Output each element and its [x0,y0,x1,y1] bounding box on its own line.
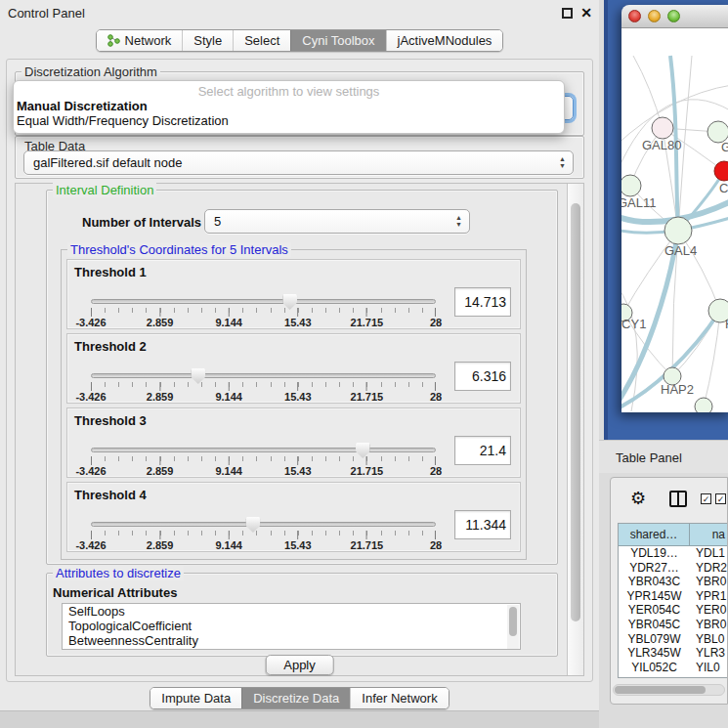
threshold-1-value-field[interactable]: 14.713 [454,287,511,317]
tab-cyni-toolbox[interactable]: Cyni Toolbox [290,30,385,51]
network-tree-icon [107,34,120,47]
node-table[interactable]: shared… na YDL19…YDL1 YDR27…YDR2 YBR043C… [618,523,727,678]
list-item[interactable]: TopologicalCoefficient [63,619,520,633]
list-item[interactable]: BetweennessCentrality [63,633,520,648]
right-panel: GAL80 GA C GAL11 GAL4 GCY1 H HAP2 Table … [599,0,728,728]
threshold-2-block: Threshold 2 -3.4262.859 9.14415.43 21.71… [66,333,521,404]
number-of-intervals-combobox[interactable]: 5 ▲▼ [204,209,470,234]
node-highlighted-red[interactable] [714,161,728,181]
threshold-3-value-field[interactable]: 21.4 [454,436,511,465]
slider-ticks [91,456,436,465]
network-view-area: GAL80 GA C GAL11 GAL4 GCY1 H HAP2 [604,0,728,440]
table-row[interactable]: YDL19…YDL1 [619,546,727,561]
threshold-label: Threshold 3 [74,413,147,428]
number-of-intervals-label: Number of Intervals [82,215,201,230]
slider-scale-labels: -3.4262.859 9.14415.43 21.71528 [91,391,436,403]
list-scrollbar[interactable] [507,605,519,650]
threshold-4-block: Threshold 4 -3.4262.859 9.14415.43 21.71… [66,482,521,552]
scrollbar-thumb[interactable] [571,203,580,621]
tab-impute-data[interactable]: Impute Data [150,688,241,708]
settings-vertical-scrollbar[interactable] [567,184,583,675]
table-panel-title: Table Panel [616,450,682,465]
table-row[interactable]: YPR145WYPR1 [619,589,727,604]
threshold-label: Threshold 4 [74,488,147,502]
attributes-group: Attributes to discretize Numerical Attri… [46,573,558,657]
combo-stepper-icon: ▲▼ [455,214,462,228]
checkbox-checked-icon[interactable]: ✓ [715,493,726,504]
panel-title: Control Panel [8,6,85,21]
gear-icon[interactable]: ⚙ [630,490,646,507]
tab-jactivemnodules[interactable]: jActiveMNodules [386,30,503,51]
table-row[interactable]: YLR345WYLR3 [619,646,727,661]
tab-discretize-data[interactable]: Discretize Data [241,688,350,708]
algorithm-dropdown-popup: Select algorithm to view settings Manual… [13,80,565,134]
node-label: GCY1 [621,317,646,331]
table-row[interactable]: YBR045CYBR0 [619,618,727,632]
split-columns-icon[interactable] [669,491,687,507]
network-graph[interactable]: GAL80 GA C GAL11 GAL4 GCY1 H HAP2 [621,28,728,412]
table-toolbar: ⚙ ✓ ✓ [611,478,727,521]
bottom-tab-bar: Impute Data Discretize Data Infer Networ… [0,687,599,709]
float-panel-icon[interactable] [562,8,573,19]
group-title: Attributes to discretize [53,566,184,580]
table-panel-body: ⚙ ✓ ✓ shared… na YDL19…YDL1 YDR27…YDR2 Y… [610,477,728,705]
mac-close-icon[interactable] [628,10,641,22]
tab-select[interactable]: Select [233,30,290,51]
node-partial[interactable] [695,398,712,412]
thresholds-group: Threshold's Coordinates for 5 Intervals … [61,249,527,560]
network-window[interactable]: GAL80 GA C GAL11 GAL4 GCY1 H HAP2 [621,5,728,412]
checkbox-checked-icon[interactable]: ✓ [701,493,711,504]
mac-minimize-icon[interactable] [648,10,661,22]
cyni-toolbox-panel: Discretization Algorithm ▲▼ Select algor… [6,59,593,682]
threshold-4-value-field[interactable]: 11.344 [454,510,511,539]
table-data-group: Table Data galFiltered.sif default node … [15,136,584,179]
threshold-label: Threshold 1 [74,265,147,279]
node-label: GA [721,140,728,154]
node-gal11[interactable] [621,175,641,196]
table-horizontal-scrollbar[interactable] [613,684,725,696]
network-window-titlebar [621,5,728,28]
column-header-name[interactable]: na [690,524,727,545]
algorithm-option-manual[interactable]: Manual Discretization [14,99,564,113]
node-label: C [719,181,728,195]
list-item[interactable]: SelfLoops [63,604,520,619]
threshold-1-slider[interactable] [91,299,436,304]
table-row[interactable]: YIL052CYIL0 [619,661,727,675]
apply-button[interactable]: Apply [265,655,334,675]
table-row[interactable]: YDR27…YDR2 [619,561,727,576]
tab-network[interactable]: Network [97,30,183,51]
close-panel-icon[interactable]: ✕ [580,5,592,21]
table-row[interactable]: YBL079WYBL0 [619,632,727,647]
table-data-combobox[interactable]: galFiltered.sif default node ▲▼ [23,150,574,175]
threshold-4-slider[interactable] [91,522,436,527]
group-title: Threshold's Coordinates for 5 Intervals [67,242,291,257]
threshold-1-block: Threshold 1 -3.4262.859 9.14415.43 21.71… [66,259,521,329]
slider-ticks [91,308,436,317]
algorithm-option-equal-width[interactable]: Equal Width/Frequency Discretization [14,113,564,128]
scrollbar-thumb[interactable] [615,686,706,694]
control-panel: Control Panel ✕ Network Style Select Cyn… [0,0,599,711]
table-row[interactable]: YER054CYER0 [619,603,727,618]
table-header-row: shared… na [619,524,727,546]
threshold-label: Threshold 2 [74,339,147,354]
node-gal4[interactable] [664,217,692,244]
mac-zoom-icon[interactable] [667,10,680,22]
numerical-attributes-list[interactable]: SelfLoops TopologicalCoefficient Between… [62,603,521,650]
node-label: GAL4 [664,243,697,258]
slider-ticks [91,531,436,539]
tab-style[interactable]: Style [182,30,233,51]
threshold-3-block: Threshold 3 -3.4262.859 9.14415.43 21.71… [66,407,521,478]
threshold-2-slider[interactable] [91,373,436,378]
node-label: GAL80 [642,138,681,152]
table-row[interactable]: YBR043CYBR0 [619,575,727,589]
slider-scale-labels: -3.4262.859 9.14415.43 21.71528 [91,465,436,477]
node-gal80[interactable] [652,117,673,139]
column-header-shared-name[interactable]: shared… [619,524,690,545]
algorithm-placeholder: Select algorithm to view settings [14,81,564,99]
slider-ticks [91,382,436,391]
threshold-2-value-field[interactable]: 6.316 [454,362,511,391]
threshold-3-slider[interactable] [91,448,436,452]
top-tab-bar: Network Style Select Cyni Toolbox jActiv… [0,29,599,52]
slider-scale-labels: -3.4262.859 9.14415.43 21.71528 [91,539,436,551]
tab-infer-network[interactable]: Infer Network [350,688,448,708]
